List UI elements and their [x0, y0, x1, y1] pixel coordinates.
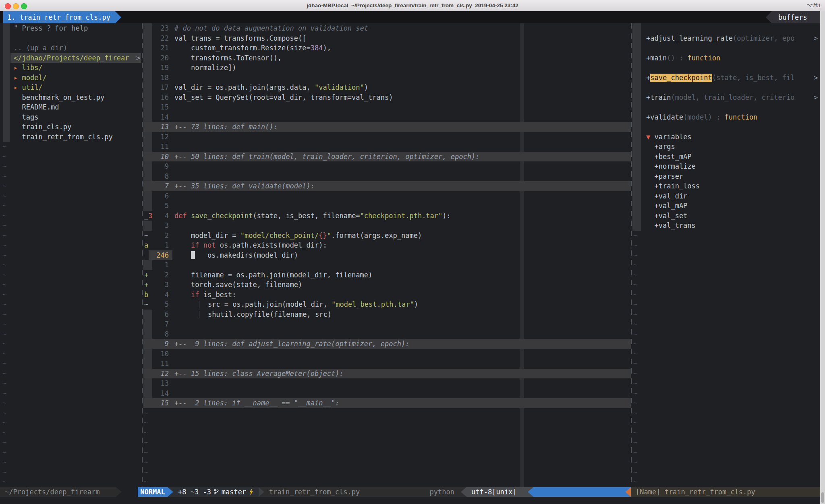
line-number: 23	[149, 23, 169, 33]
tag-val_trans[interactable]: +val_trans	[632, 221, 820, 231]
code-line[interactable]: 6	[143, 191, 631, 201]
filler-tilde: ~	[143, 418, 631, 428]
vim-text-area: " Press ? for help.. (up a dir)</jdhao/P…	[0, 23, 825, 487]
code-line[interactable]: 16val_set = QuerySet(root=val_dir, trans…	[143, 93, 631, 103]
code-line[interactable]: 21 custom_transform.Resize(size=384),	[143, 43, 631, 53]
window-separator[interactable]	[142, 23, 143, 487]
code-line[interactable]: +2 filename = os.path.join(model_dir, fi…	[143, 270, 631, 280]
code-line[interactable]: a1 if not os.path.exists(model_dir):	[143, 240, 631, 250]
line-number: 4	[149, 211, 169, 221]
filler-tilde: ~	[632, 457, 820, 467]
code-line[interactable]: 9	[143, 161, 631, 171]
titlebar: jdhao-MBP.local ~/Projects/deep_firearm/…	[0, 0, 825, 11]
nerdtree-window[interactable]: " Press ? for help.. (up a dir)</jdhao/P…	[0, 23, 142, 487]
filler-tilde: ~	[0, 359, 142, 369]
filler-tilde: ~	[632, 290, 820, 300]
code-line[interactable]: 10	[143, 349, 631, 359]
tag-kind-variables[interactable]: ▼ variables	[632, 132, 820, 142]
code-line[interactable]: 17val_dir = os.path.join(args.data, "val…	[143, 83, 631, 93]
tag-save_checkpoint[interactable]: +save_checkpoint(state, is_best, fil>	[632, 73, 820, 83]
fold-line[interactable]: 12+-- 15 lines: class AverageMeter(objec…	[143, 369, 631, 379]
minimize-window-icon[interactable]	[13, 3, 19, 9]
code-line[interactable]: +3 torch.save(state, filename)	[143, 280, 631, 290]
tag-validate[interactable]: +validate(model) : function	[632, 112, 820, 122]
tree-file[interactable]: README.md	[0, 102, 142, 112]
line-number: 16	[149, 93, 169, 103]
tree-dir-model[interactable]: ▸ model/	[0, 73, 142, 83]
tag-val_mAP[interactable]: +val_mAP	[632, 201, 820, 211]
fold-line[interactable]: 13+-- 73 lines: def main():	[143, 122, 631, 132]
filler-tilde: ~	[632, 329, 820, 339]
code-line[interactable]: 8	[143, 171, 631, 182]
code-line[interactable]: 20 transforms.ToTensor(),	[143, 53, 631, 63]
tree-dir-util[interactable]: ▸ util/	[0, 83, 142, 93]
code-line[interactable]: ~5 src = os.path.join(model_dir, "model_…	[143, 300, 631, 310]
code-line[interactable]: 6 shutil.copyfile(filename, src)	[143, 310, 631, 320]
tag-adjust_learning_rate[interactable]: +adjust_learning_rate(optimizer, epo>	[632, 33, 820, 43]
code-line[interactable]: ~2 model_dir = "model/check_point/{}".fo…	[143, 231, 631, 241]
fold-line[interactable]: 10+-- 50 lines: def train(model, train_l…	[143, 152, 631, 162]
tag-args[interactable]: +args	[632, 142, 820, 152]
code-line[interactable]: 11	[143, 359, 631, 369]
filler-tilde: ~	[0, 319, 142, 329]
code-line[interactable]: _34def save_checkpoint(state, is_best, f…	[143, 211, 631, 221]
filler-tilde: ~	[632, 418, 820, 428]
tag-best_mAP[interactable]: +best_mAP	[632, 152, 820, 162]
code-line[interactable]: 18	[143, 73, 631, 83]
filler-tilde: ~	[632, 477, 820, 487]
powerline-arrow	[168, 487, 173, 497]
line-number: 11	[149, 142, 169, 152]
editor-window[interactable]: 23# do not do data augmentation on valid…	[143, 23, 631, 487]
code-line[interactable]: 19 normalize])	[143, 63, 631, 73]
fold-line[interactable]: 9+-- 9 lines: def adjust_learning_rate(o…	[143, 339, 631, 349]
maximize-window-icon[interactable]	[21, 3, 27, 9]
tree-file[interactable]: tags	[0, 112, 142, 122]
command-line[interactable]	[0, 497, 825, 504]
code-line[interactable]: 7	[143, 319, 631, 329]
code-line[interactable]: 246 os.makedirs(model_dir)	[143, 250, 631, 260]
tag-train_loss[interactable]: +train_loss	[632, 181, 820, 191]
line-number: 6	[149, 191, 169, 201]
tree-dir-libs[interactable]: ▸ libs/	[0, 63, 142, 73]
tree-root[interactable]: </jdhao/Projects/deep_firear>	[0, 53, 142, 63]
code-line[interactable]: 14	[143, 388, 631, 399]
filler-tilde: ~	[0, 171, 142, 182]
filler-tilde: ~	[0, 250, 142, 260]
tag-normalize[interactable]: +normalize	[632, 161, 820, 171]
code-line[interactable]: 12	[143, 132, 631, 142]
filler-tilde: ~	[0, 161, 142, 171]
code-line[interactable]: 8	[143, 329, 631, 339]
code-line[interactable]: 23# do not do data augmentation on valid…	[143, 23, 631, 33]
close-window-icon[interactable]	[5, 3, 11, 9]
code-line[interactable]: 11	[143, 142, 631, 152]
iterm-window: jdhao-MBP.local ~/Projects/deep_firearm/…	[0, 0, 825, 504]
tag-val_dir[interactable]: +val_dir	[632, 191, 820, 201]
tree-help[interactable]: " Press ? for help	[0, 23, 142, 33]
tab-active[interactable]: 1. train_retr_from_cls.py	[3, 11, 115, 23]
tree-up-dir[interactable]: .. (up a dir)	[0, 43, 142, 53]
code-line[interactable]: 5	[143, 201, 631, 211]
scrollbar[interactable]	[820, 11, 825, 504]
code-line[interactable]: 22val_trans = transforms.Compose([	[143, 33, 631, 43]
scrollbar-thumb[interactable]	[821, 492, 824, 503]
code-line[interactable]: 15	[143, 102, 631, 112]
tagbar-window[interactable]: +adjust_learning_rate(optimizer, epo>+ma…	[632, 23, 820, 487]
tag-parser[interactable]: +parser	[632, 171, 820, 182]
code-line[interactable]: 13	[143, 378, 631, 388]
filler-tilde: ~	[0, 369, 142, 379]
tree-file[interactable]: benchmark_on_test.py	[0, 93, 142, 103]
code-line[interactable]: 3	[143, 221, 631, 231]
code-line[interactable]: b4 if is_best:	[143, 290, 631, 300]
line-number: 22	[149, 33, 169, 43]
filler-tilde: ~	[0, 418, 142, 428]
fold-line[interactable]: 7+-- 35 lines: def validate(model):	[143, 181, 631, 191]
code-line[interactable]: 1	[143, 260, 631, 270]
filler-tilde: ~	[632, 438, 820, 448]
tag-val_set[interactable]: +val_set	[632, 211, 820, 221]
tree-file[interactable]: train_retr_from_cls.py	[0, 132, 142, 142]
tag-train[interactable]: +train(model, train_loader, criterio>	[632, 93, 820, 103]
fold-line[interactable]: 15+-- 2 lines: if __name__ == "__main__"…	[143, 398, 631, 408]
tag-main[interactable]: +main() : function	[632, 53, 820, 63]
code-line[interactable]: 14	[143, 112, 631, 122]
tree-file[interactable]: train_cls.py	[0, 122, 142, 132]
